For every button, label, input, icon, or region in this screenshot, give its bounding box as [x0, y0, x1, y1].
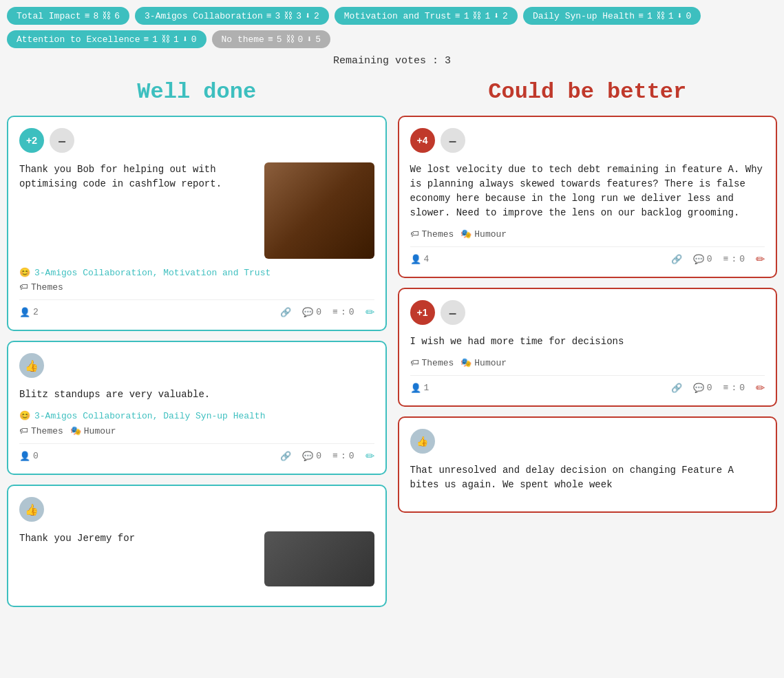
tag-attention[interactable]: Attention to Excellence ≡ 1 ⛓ 1 ⬇ 0 — [7, 30, 206, 48]
edit-button[interactable]: ✏ — [756, 381, 765, 394]
upvote-button[interactable]: +4 — [410, 128, 435, 153]
could-be-better-title: Could be better — [398, 79, 778, 105]
layers-icon: ≡ — [266, 11, 272, 21]
edit-button[interactable]: ✏ — [365, 306, 374, 319]
tag-label-icon: 🏷 — [410, 229, 419, 240]
comment-count: 0 — [316, 307, 321, 317]
tag-name: Themes — [422, 229, 454, 240]
main-columns: Well done +2 – Thank you Bob for helping… — [7, 79, 777, 617]
tag-layers-count: 1 — [152, 34, 158, 45]
thumb-button[interactable]: 👍 — [410, 429, 435, 454]
list-icon: ≡ — [723, 254, 729, 264]
card-image-2 — [264, 531, 374, 586]
tag-chain-count: 1 — [485, 11, 490, 21]
comment-count: 0 — [316, 451, 321, 461]
person-count: 4 — [424, 254, 430, 264]
down-icon: ⬇ — [677, 10, 683, 21]
comment-icon: 💬 — [302, 307, 313, 318]
card-tag-themes: 🏷 Themes — [19, 425, 63, 436]
tag-label: No theme — [222, 34, 264, 45]
card-top: 👍 — [410, 429, 765, 454]
tag-no-theme[interactable]: No theme ≡ 5 ⛓ 0 ⬇ 5 — [212, 30, 331, 48]
downvote-button[interactable]: – — [50, 128, 74, 153]
footer-comment: 💬 0 — [693, 383, 712, 394]
card-text: Thank you Bob for helping out with optim… — [19, 162, 256, 259]
card-tag-themes: 🏷 Themes — [410, 229, 454, 240]
list-count: 0 — [739, 254, 745, 264]
tag-label: Daily Syn-up Health — [533, 11, 635, 21]
card-text: We lost velocity due to tech debt remain… — [410, 162, 765, 220]
tag-label-icon: 🏷 — [410, 358, 419, 368]
thumb-button[interactable]: 👍 — [19, 353, 44, 378]
tag-name: Themes — [31, 426, 63, 436]
downvote-button[interactable]: – — [441, 300, 465, 325]
footer-person: 👤 4 — [410, 254, 430, 265]
remaining-votes: Remaining votes : 3 — [7, 55, 777, 67]
card-footer: 👤 4 🔗 💬 0 ≡ : 0 ✏ — [410, 246, 765, 266]
footer-person: 👤 0 — [19, 451, 39, 462]
tag-chain-count: 0 — [298, 34, 304, 45]
downvote-button[interactable]: – — [441, 128, 465, 153]
edit-button[interactable]: ✏ — [756, 253, 765, 266]
tag-layers-count: 3 — [275, 11, 281, 21]
person-count: 1 — [424, 383, 430, 393]
tag-down-count: 0 — [686, 11, 691, 21]
tag-name: Humour — [474, 229, 507, 240]
link-icon: 🔗 — [280, 307, 291, 318]
link-icon: 🔗 — [671, 383, 682, 394]
comment-icon: 💬 — [302, 451, 313, 462]
card-tag-humour: 🎭 Humour — [460, 357, 507, 368]
card-body: We lost velocity due to tech debt remain… — [410, 162, 765, 220]
card-top: 👍 — [19, 497, 374, 522]
card-tags-line: 🏷 Themes 🎭 Humour — [19, 425, 374, 436]
tag-chain-count: 6 — [114, 11, 120, 21]
list-count: 0 — [349, 451, 354, 461]
card-better-2: +1 – I wish we had more time for decisio… — [398, 288, 778, 407]
edit-button[interactable]: ✏ — [365, 449, 374, 463]
card-text: Thank you Jeremy for — [19, 531, 256, 586]
card-themes-line: 😊 3-Amigos Collaboration, Daily Syn-up H… — [19, 410, 374, 421]
list-icon: ≡ — [332, 451, 338, 461]
person-count: 2 — [33, 307, 39, 317]
footer-list: ≡ : 0 — [332, 451, 354, 461]
card-tag-humour: 🎭 Humour — [70, 425, 116, 436]
tag-3amigos[interactable]: 3-Amigos Collaboration ≡ 3 ⛓ 3 ⬇ 2 — [135, 7, 329, 25]
card-top: +1 – — [410, 300, 765, 325]
card-body: That unresolved and delay decision on ch… — [410, 463, 765, 492]
upvote-button[interactable]: +2 — [19, 128, 44, 153]
card-footer: 👤 0 🔗 💬 0 ≡ : 0 ✏ — [19, 443, 374, 463]
tag-daily-sync[interactable]: Daily Syn-up Health ≡ 1 ⛓ 1 ⬇ 0 — [523, 7, 701, 25]
card-tags-line: 🏷 Themes 🎭 Humour — [410, 357, 765, 368]
card-tags-line: 🏷 Themes — [19, 282, 374, 293]
tag-name: Humour — [84, 426, 116, 436]
footer-person: 👤 2 — [19, 307, 39, 318]
card-top: +2 – — [19, 128, 374, 153]
tag-label: Attention to Excellence — [17, 34, 140, 45]
chain-icon: ⛓ — [102, 11, 111, 21]
layers-icon: ≡ — [455, 11, 460, 21]
chain-icon: ⛓ — [286, 34, 295, 45]
card-tags-line: 🏷 Themes 🎭 Humour — [410, 229, 765, 240]
tag-total-impact[interactable]: Total Impact ≡ 8 ⛓ 6 — [7, 7, 129, 25]
tag-motivation[interactable]: Motivation and Trust ≡ 1 ⛓ 1 ⬇ 2 — [335, 7, 518, 25]
layers-icon: ≡ — [143, 34, 149, 45]
card-top: +4 – — [410, 128, 765, 153]
tag-layers-count: 1 — [647, 11, 653, 21]
upvote-button[interactable]: +1 — [410, 300, 435, 325]
tag-name: Themes — [422, 358, 454, 368]
card-tag-humour: 🎭 Humour — [460, 229, 507, 240]
well-done-column: Well done +2 – Thank you Bob for helping… — [7, 79, 387, 617]
tag-label-icon: 🏷 — [19, 282, 28, 293]
tag-layers-count: 1 — [464, 11, 469, 21]
tag-chain-count: 1 — [668, 11, 674, 21]
tag-chain-count: 1 — [173, 34, 179, 45]
card-body: Thank you Jeremy for — [19, 531, 374, 586]
mask-icon: 🎭 — [460, 229, 472, 240]
top-tags: Total Impact ≡ 8 ⛓ 6 3-Amigos Collaborat… — [7, 7, 777, 48]
footer-link: 🔗 — [280, 307, 291, 318]
card-tag-themes: 🏷 Themes — [19, 282, 63, 293]
person-count: 0 — [33, 451, 39, 461]
list-count: 0 — [739, 383, 745, 393]
thumb-button[interactable]: 👍 — [19, 497, 44, 522]
card-text: That unresolved and delay decision on ch… — [410, 463, 765, 492]
